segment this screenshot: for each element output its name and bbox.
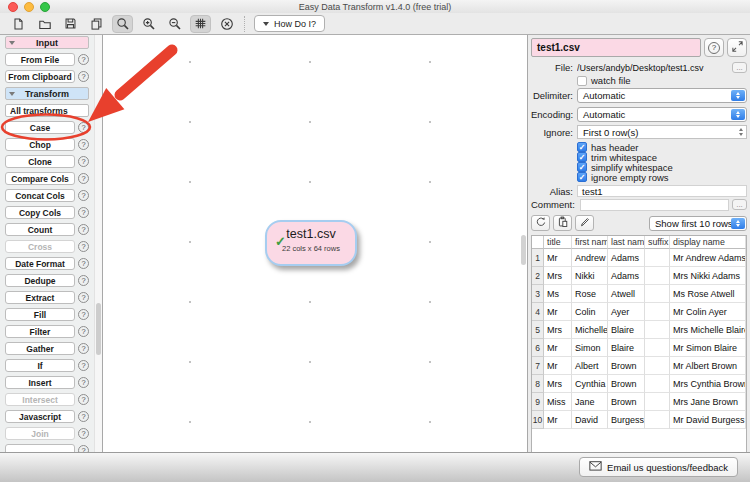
dedupe-button[interactable]: Dedupe xyxy=(5,274,75,287)
zoom-out-button[interactable] xyxy=(164,15,185,33)
cancel-icon xyxy=(220,17,234,31)
table-row[interactable]: 6MrSimonBlaireMr Simon Blaire xyxy=(532,339,746,357)
close-window-button[interactable] xyxy=(8,2,18,12)
column-header-title[interactable]: title xyxy=(544,236,572,249)
edit-button[interactable] xyxy=(575,215,594,231)
help-icon[interactable]: ? xyxy=(78,241,89,252)
simplify-whitespace-checkbox[interactable]: ✓ xyxy=(577,162,587,172)
help-icon[interactable]: ? xyxy=(78,207,89,218)
help-icon[interactable]: ? xyxy=(78,428,89,439)
help-icon[interactable]: ? xyxy=(78,275,89,286)
cancel-button[interactable] xyxy=(216,15,237,33)
help-button[interactable]: ? xyxy=(704,38,724,57)
data-preview-table[interactable]: titlefirst namelast namesuffixdisplay na… xyxy=(531,235,747,453)
date-format-button[interactable]: Date Format xyxy=(5,257,75,270)
help-icon[interactable]: ? xyxy=(78,326,89,337)
ignore-rows-spinner[interactable]: First 0 row(s) xyxy=(577,125,747,139)
copy-cols-button[interactable]: Copy Cols xyxy=(5,206,75,219)
save-file-button[interactable] xyxy=(60,15,81,33)
chop-button[interactable]: Chop xyxy=(5,138,75,151)
insert-button[interactable]: Insert xyxy=(5,376,75,389)
sidebar-scrollbar[interactable] xyxy=(94,35,102,453)
minimize-window-button[interactable] xyxy=(24,2,34,12)
row-number: 3 xyxy=(532,285,544,303)
alias-field[interactable]: test1 xyxy=(577,185,747,197)
open-file-button[interactable] xyxy=(34,15,55,33)
sidebar-item-join: Join? xyxy=(5,427,89,440)
ignore-empty-rows-checkbox[interactable]: ✓ xyxy=(577,172,587,182)
help-icon[interactable]: ? xyxy=(78,122,89,133)
javascript-button[interactable]: Javascript xyxy=(5,410,75,423)
help-icon[interactable]: ? xyxy=(78,258,89,269)
table-row[interactable]: 9MissJaneBrownMrs Jane Brown xyxy=(532,393,746,411)
count-button[interactable]: Count xyxy=(5,223,75,236)
copy-to-clipboard-button[interactable] xyxy=(553,215,572,231)
table-row[interactable]: 7MrAlbertBrownMr Albert Brown xyxy=(532,357,746,375)
canvas[interactable]: ✓ test1.csv 22 cols x 64 rows xyxy=(103,35,527,453)
clone-button[interactable]: Clone xyxy=(5,155,75,168)
help-icon[interactable]: ? xyxy=(78,411,89,422)
help-icon[interactable]: ? xyxy=(78,394,89,405)
help-icon[interactable]: ? xyxy=(78,377,89,388)
how-do-i-button[interactable]: How Do I? xyxy=(254,15,325,32)
pan-zoom-button[interactable] xyxy=(112,15,133,33)
help-icon[interactable]: ? xyxy=(78,139,89,150)
help-icon[interactable]: ? xyxy=(78,190,89,201)
table-row[interactable]: 10MrDavidBurgessMr David Burgess xyxy=(532,411,746,429)
column-header-suffix[interactable]: suffix xyxy=(645,236,670,249)
gather-button[interactable]: Gather xyxy=(5,342,75,355)
table-row[interactable]: 1MrAndrewAdamsMr Andrew Adams xyxy=(532,249,746,267)
zoom-in-button[interactable] xyxy=(138,15,159,33)
column-header-display-name[interactable]: display name xyxy=(670,236,746,249)
grid-dot xyxy=(309,181,311,183)
new-file-button[interactable] xyxy=(8,15,29,33)
node-test1-csv[interactable]: ✓ test1.csv 22 cols x 64 rows xyxy=(265,220,357,266)
column-header-last-name[interactable]: last name xyxy=(608,236,645,249)
trim-whitespace-checkbox[interactable]: ✓ xyxy=(577,152,587,162)
browse-file-button[interactable]: ... xyxy=(732,62,747,73)
concat-cols-button[interactable]: Concat Cols xyxy=(5,189,75,202)
extract-button[interactable]: Extract xyxy=(5,291,75,304)
help-icon[interactable]: ? xyxy=(78,360,89,371)
table-row[interactable]: 8MrsCynthiaBrownMrs Cynthia Brown xyxy=(532,375,746,393)
comment-field[interactable] xyxy=(580,199,729,211)
table-row[interactable]: 3MsRoseAtwellMs Rose Atwell xyxy=(532,285,746,303)
zoom-window-button[interactable] xyxy=(40,2,50,12)
help-icon[interactable]: ? xyxy=(78,224,89,235)
help-icon[interactable]: ? xyxy=(78,292,89,303)
expand-button[interactable] xyxy=(727,38,747,57)
refresh-button[interactable] xyxy=(531,215,550,231)
help-icon[interactable]: ? xyxy=(78,343,89,354)
from-clipboard-button[interactable]: From Clipboard xyxy=(5,70,75,83)
delimiter-dropdown[interactable]: Automatic xyxy=(577,88,747,103)
case-button[interactable]: Case xyxy=(5,121,75,134)
comment-more-button[interactable]: ... xyxy=(732,199,747,210)
from-file-button[interactable]: From File xyxy=(5,53,75,66)
input-section-header[interactable]: Input xyxy=(5,36,89,49)
column-header-first-name[interactable]: first name xyxy=(572,236,608,249)
table-row[interactable]: 4MrColinAyerMr Colin Ayer xyxy=(532,303,746,321)
show-rows-dropdown[interactable]: Show first 10 rows xyxy=(649,216,747,231)
canvas-scrollbar-thumb[interactable] xyxy=(521,235,526,265)
table-row[interactable]: 5MrsMichelleBlaireMrs Michelle Blaire xyxy=(532,321,746,339)
help-icon[interactable]: ? xyxy=(78,71,89,82)
transform-section-header[interactable]: Transform xyxy=(5,87,89,100)
help-icon[interactable]: ? xyxy=(78,173,89,184)
help-icon[interactable]: ? xyxy=(78,156,89,167)
filter-button[interactable]: Filter xyxy=(5,325,75,338)
watch-file-checkbox[interactable] xyxy=(577,76,587,86)
node-name-field[interactable]: test1.csv xyxy=(531,38,701,57)
table-row[interactable]: 2MrsNikkiAdamsMrs Nikki Adams xyxy=(532,267,746,285)
if-button[interactable]: If xyxy=(5,359,75,372)
email-feedback-button[interactable]: Email us questions/feedback xyxy=(579,457,738,477)
help-icon[interactable]: ? xyxy=(78,309,89,320)
help-icon[interactable]: ? xyxy=(78,54,89,65)
has-header-checkbox[interactable]: ✓ xyxy=(577,142,587,152)
transform-filter-dropdown[interactable]: All transforms xyxy=(5,104,89,117)
fill-button[interactable]: Fill xyxy=(5,308,75,321)
duplicate-button[interactable] xyxy=(86,15,107,33)
encoding-dropdown[interactable]: Automatic xyxy=(577,107,747,122)
compare-cols-button[interactable]: Compare Cols xyxy=(5,172,75,185)
toggle-grid-button[interactable] xyxy=(190,15,211,33)
sidebar-scrollbar-thumb[interactable] xyxy=(96,303,101,355)
